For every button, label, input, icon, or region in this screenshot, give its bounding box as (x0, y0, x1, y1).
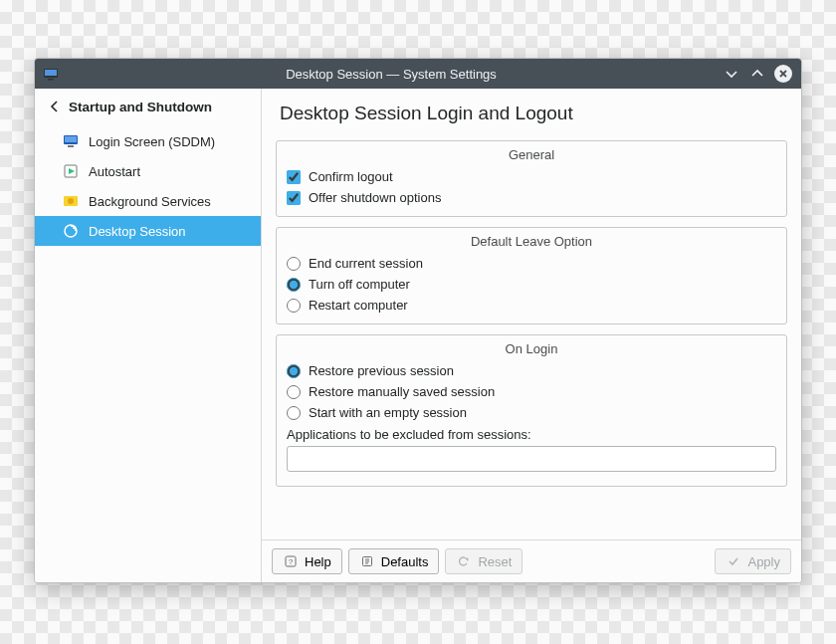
svg-rect-4 (65, 136, 77, 142)
radio-label: Restore manually saved session (309, 384, 495, 399)
row-restart[interactable]: Restart computer (277, 295, 786, 316)
settings-window: Desktop Session — System Settings Startu… (34, 58, 802, 583)
button-label: Apply (747, 554, 780, 569)
group-title: On Login (277, 335, 786, 360)
group-general: General Confirm logout Offer shutdown op… (276, 140, 787, 217)
titlebar: Desktop Session — System Settings (35, 59, 801, 89)
exclude-apps-label: Applications to be excluded from session… (277, 423, 786, 444)
radio-label: Start with an empty session (309, 405, 467, 420)
group-title: General (277, 141, 786, 166)
content-pane: Desktop Session Login and Logout General… (262, 89, 801, 582)
defaults-button[interactable]: Defaults (348, 548, 440, 574)
page-title: Desktop Session Login and Logout (262, 89, 801, 134)
check-icon (726, 553, 741, 569)
svg-rect-5 (68, 145, 74, 147)
sidebar-item-label: Autostart (89, 164, 140, 179)
sidebar-back[interactable]: Startup and Shutdown (35, 89, 261, 122)
group-on-login: On Login Restore previous session Restor… (276, 334, 787, 487)
button-label: Reset (478, 554, 512, 569)
button-label: Defaults (381, 554, 429, 569)
svg-rect-1 (45, 70, 57, 76)
radio-restore-manual[interactable] (287, 385, 301, 399)
svg-marker-15 (467, 557, 469, 561)
maximize-button[interactable] (747, 64, 767, 84)
close-button[interactable] (773, 64, 793, 84)
row-restore-prev[interactable]: Restore previous session (277, 360, 786, 381)
radio-label: End current session (309, 256, 423, 271)
sidebar-item-desktop-session[interactable]: Desktop Session (35, 216, 261, 246)
button-bar: ? Help Defaults Reset (262, 539, 801, 582)
radio-restart[interactable] (287, 299, 301, 313)
sidebar-header: Startup and Shutdown (69, 100, 212, 114)
radio-turn-off[interactable] (287, 278, 301, 292)
sidebar-item-background-services[interactable]: Background Services (35, 186, 261, 216)
help-button[interactable]: ? Help (272, 548, 342, 574)
session-icon (63, 223, 79, 239)
checkbox-label: Confirm logout (309, 169, 393, 184)
row-end-session[interactable]: End current session (277, 253, 786, 274)
radio-end-session[interactable] (287, 257, 301, 271)
minimize-button[interactable] (722, 64, 741, 84)
monitor-icon (63, 133, 79, 149)
chevron-left-icon (47, 99, 63, 114)
row-confirm-logout[interactable]: Confirm logout (277, 166, 786, 187)
group-title: Default Leave Option (277, 228, 786, 253)
exclude-apps-input[interactable] (287, 446, 776, 472)
window-title: Desktop Session — System Settings (67, 67, 716, 82)
row-turn-off[interactable]: Turn off computer (277, 274, 786, 295)
checkbox-confirm-logout[interactable] (287, 170, 301, 184)
sidebar: Startup and Shutdown Login Screen (SDDM)… (35, 89, 262, 582)
sidebar-item-label: Background Services (89, 194, 211, 209)
radio-restore-prev[interactable] (287, 364, 301, 378)
row-offer-shutdown[interactable]: Offer shutdown options (277, 187, 786, 208)
group-default-leave: Default Leave Option End current session… (276, 227, 787, 324)
undo-icon (456, 553, 472, 569)
radio-label: Turn off computer (309, 277, 410, 292)
close-icon (774, 65, 792, 83)
services-icon (63, 193, 79, 209)
checkbox-label: Offer shutdown options (309, 190, 441, 205)
svg-rect-2 (48, 79, 54, 81)
sidebar-item-label: Login Screen (SDDM) (89, 134, 215, 149)
svg-text:?: ? (289, 557, 294, 566)
radio-label: Restart computer (309, 298, 408, 313)
radio-empty-session[interactable] (287, 406, 301, 420)
sidebar-item-label: Desktop Session (89, 224, 186, 239)
row-empty-session[interactable]: Start with an empty session (277, 402, 786, 423)
sidebar-item-autostart[interactable]: Autostart (35, 156, 261, 186)
defaults-icon (359, 553, 375, 569)
app-icon (43, 66, 59, 82)
button-label: Help (305, 554, 331, 569)
reset-button[interactable]: Reset (445, 548, 522, 574)
sidebar-item-login-screen[interactable]: Login Screen (SDDM) (35, 126, 261, 156)
help-icon: ? (283, 553, 299, 569)
checkbox-offer-shutdown[interactable] (287, 191, 301, 205)
svg-point-9 (68, 198, 74, 204)
apply-button[interactable]: Apply (715, 548, 791, 574)
radio-label: Restore previous session (309, 363, 454, 378)
autostart-icon (63, 163, 79, 179)
row-restore-manual[interactable]: Restore manually saved session (277, 381, 786, 402)
